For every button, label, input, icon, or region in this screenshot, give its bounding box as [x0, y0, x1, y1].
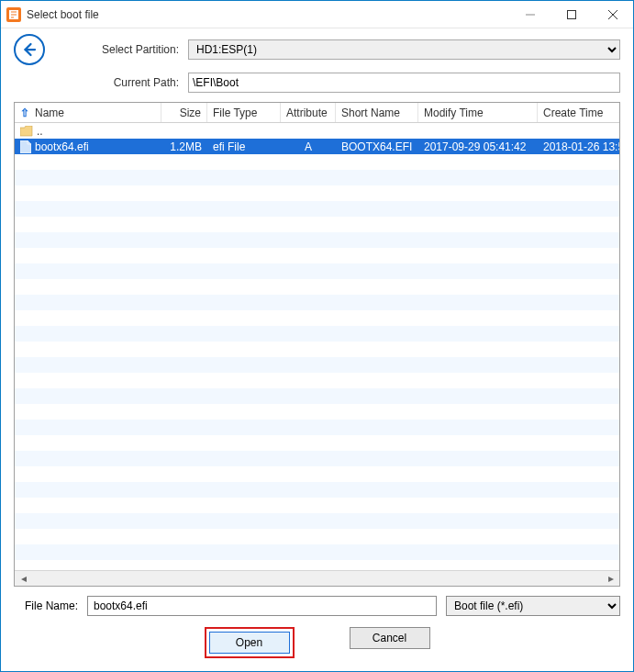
titlebar: Select boot file — [1, 1, 633, 28]
col-createtime[interactable]: Create Time — [538, 103, 619, 122]
scroll-left-icon[interactable]: ◂ — [17, 572, 30, 586]
filename-input[interactable] — [87, 596, 437, 616]
partition-label: Select Partition: — [54, 43, 183, 56]
filetype-filter[interactable]: Boot file (*.efi) — [446, 596, 620, 616]
open-button[interactable]: Open — [209, 632, 290, 654]
current-path-input[interactable]: \EFI\Boot — [188, 73, 620, 93]
cell-name: bootx64.efi — [35, 140, 89, 153]
row-file[interactable]: bootx64.efi 1.2MB efi File A BOOTX64.EFI… — [15, 139, 619, 154]
scroll-right-icon[interactable]: ▸ — [604, 572, 617, 586]
cell-ftype: efi File — [207, 140, 281, 153]
path-label: Current Path: — [54, 76, 183, 89]
partition-select[interactable]: HD1:ESP(1) — [188, 39, 620, 60]
col-size[interactable]: Size — [161, 103, 207, 122]
open-button-highlight: Open — [205, 627, 295, 658]
cell-short: BOOTX64.EFI — [336, 140, 418, 153]
file-list-body[interactable]: .. bootx64.efi 1.2MB efi File A BOOTX64.… — [15, 123, 619, 570]
close-button[interactable] — [592, 1, 633, 28]
dialog-select-boot-file: Select boot file Select Partition: HD1:E… — [0, 0, 634, 672]
bottom-panel: File Name: Boot file (*.efi) Open Cancel — [1, 587, 633, 671]
scroll-track[interactable] — [32, 572, 602, 586]
col-attribute[interactable]: Attribute — [281, 103, 336, 122]
cell-mtime: 2017-09-29 05:41:42 — [418, 140, 538, 153]
file-icon — [20, 140, 31, 153]
svg-rect-2 — [567, 10, 575, 18]
controls-area: Select Partition: HD1:ESP(1) Current Pat… — [1, 28, 633, 102]
col-modifytime[interactable]: Modify Time — [418, 103, 538, 122]
folder-icon — [20, 126, 33, 137]
maximize-button[interactable] — [551, 1, 592, 28]
up-arrow-icon[interactable]: ⇧ — [20, 106, 29, 119]
col-name[interactable]: ⇧ Name — [15, 103, 161, 122]
back-button[interactable] — [14, 34, 45, 65]
cancel-button[interactable]: Cancel — [350, 627, 430, 649]
window-title: Select boot file — [27, 8, 99, 21]
minimize-button[interactable] — [509, 1, 551, 28]
cell-attr: A — [281, 140, 336, 153]
col-shortname[interactable]: Short Name — [336, 103, 418, 122]
horizontal-scrollbar[interactable]: ◂ ▸ — [15, 570, 619, 586]
column-headers: ⇧ Name Size File Type Attribute Short Na… — [15, 103, 619, 123]
cell-ctime: 2018-01-26 13:53:2 — [538, 140, 619, 153]
col-filetype[interactable]: File Type — [207, 103, 281, 122]
row-parent-dir[interactable]: .. — [15, 123, 619, 139]
file-list: ⇧ Name Size File Type Attribute Short Na… — [14, 102, 620, 587]
current-path-value: \EFI\Boot — [193, 76, 239, 89]
filename-label: File Name: — [14, 599, 78, 612]
app-logo-icon — [6, 7, 21, 22]
cell-size: 1.2MB — [161, 140, 207, 153]
